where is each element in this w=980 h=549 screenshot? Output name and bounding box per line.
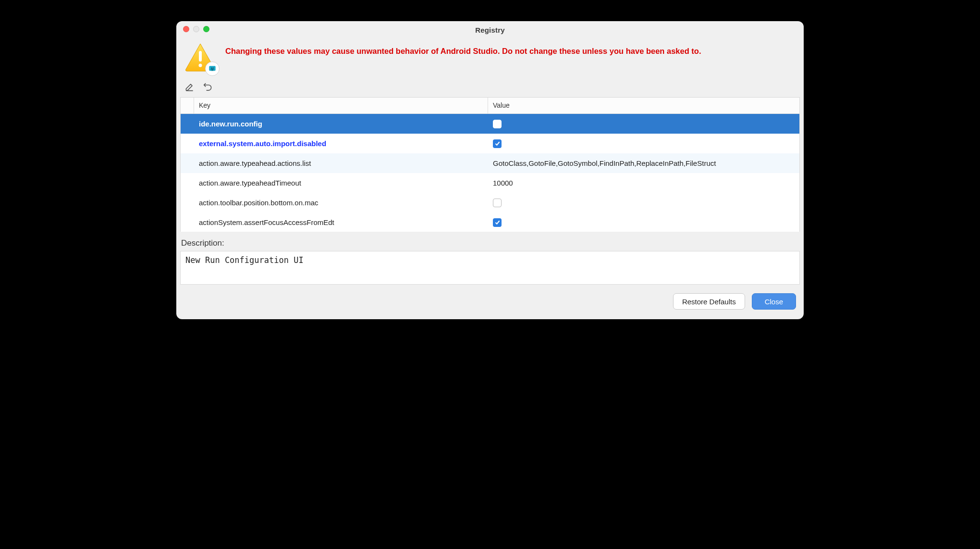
svg-text:AI: AI (211, 67, 214, 70)
checkbox[interactable] (493, 120, 502, 128)
window-title: Registry (176, 26, 804, 34)
row-gutter (181, 193, 194, 212)
checkbox[interactable] (493, 218, 502, 227)
table-row[interactable]: ide.new.run.config (181, 114, 799, 134)
row-gutter (181, 173, 194, 193)
registry-dialog: Registry (176, 21, 804, 319)
description-label: Description: (176, 232, 804, 251)
row-value[interactable] (488, 195, 799, 211)
row-key: actionSystem.assertFocusAccessFromEdt (194, 214, 488, 230)
dialog-footer: Restore Defaults Close (176, 285, 804, 319)
table-header-value[interactable]: Value (488, 98, 799, 113)
row-value[interactable] (488, 136, 799, 152)
window-traffic-lights (183, 26, 209, 32)
close-button[interactable]: Close (752, 293, 796, 310)
pencil-icon (185, 83, 194, 92)
table-body[interactable]: ide.new.run.configexternal.system.auto.i… (181, 114, 799, 232)
table-row[interactable]: actionSystem.assertFocusAccessFromEdt (181, 212, 799, 232)
warning-banner: AI Changing these values may cause unwan… (176, 38, 804, 80)
row-value[interactable] (488, 116, 799, 132)
row-value[interactable]: 10000 (488, 175, 799, 191)
row-key: external.system.auto.import.disabled (194, 136, 488, 151)
warning-text: Changing these values may cause unwanted… (225, 42, 701, 56)
android-studio-badge-icon: AI (205, 62, 220, 76)
table-row[interactable]: action.toolbar.position.bottom.on.mac (181, 193, 799, 212)
row-gutter (181, 134, 194, 153)
undo-icon (203, 83, 212, 92)
table-row[interactable]: external.system.auto.import.disabled (181, 134, 799, 153)
row-key: action.toolbar.position.bottom.on.mac (194, 195, 488, 211)
row-key: action.aware.typeahead.actions.list (194, 155, 488, 171)
row-key: ide.new.run.config (194, 116, 488, 132)
row-key: action.aware.typeaheadTimeout (194, 175, 488, 191)
table-row[interactable]: action.aware.typeaheadTimeout10000 (181, 173, 799, 193)
checkbox[interactable] (493, 199, 502, 207)
row-gutter (181, 212, 194, 232)
revert-button[interactable] (202, 82, 213, 92)
svg-point-1 (199, 64, 202, 67)
registry-table: Key Value ide.new.run.configexternal.sys… (180, 97, 800, 232)
checkbox[interactable] (493, 139, 502, 148)
edit-button[interactable] (184, 82, 195, 92)
warning-icon: AI (184, 42, 219, 75)
table-header-key[interactable]: Key (194, 98, 488, 113)
description-box: New Run Configuration UI (180, 251, 800, 285)
row-gutter (181, 153, 194, 173)
table-row[interactable]: action.aware.typeahead.actions.listGotoC… (181, 153, 799, 173)
svg-rect-0 (199, 51, 202, 62)
window-minimize-button[interactable] (193, 26, 199, 32)
row-value[interactable] (488, 214, 799, 231)
window-close-button[interactable] (183, 26, 189, 32)
toolbar (176, 80, 804, 97)
row-gutter (181, 114, 194, 134)
window-maximize-button[interactable] (203, 26, 209, 32)
table-header-gutter (181, 98, 194, 113)
table-header: Key Value (181, 98, 799, 114)
titlebar: Registry (176, 21, 804, 38)
restore-defaults-button[interactable]: Restore Defaults (673, 293, 745, 310)
row-value[interactable]: GotoClass,GotoFile,GotoSymbol,FindInPath… (488, 155, 799, 171)
